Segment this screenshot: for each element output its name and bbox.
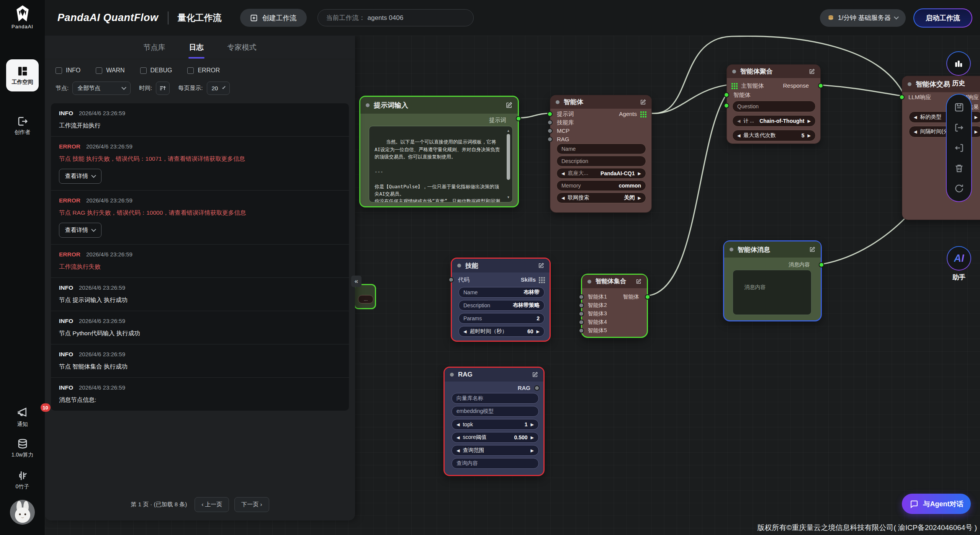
node-rag[interactable]: RAG RAG 向量库名称 embedding模型 ◀ topk 1 ▶ ◀ s… [443, 367, 545, 476]
spinner-left-icon[interactable]: ◀ [456, 449, 460, 453]
input-port[interactable] [724, 103, 729, 108]
view-detail-button[interactable]: 查看详情 [59, 223, 101, 238]
spinner-right-icon[interactable]: ▶ [638, 196, 641, 200]
ai-assistant-button[interactable]: AI [947, 246, 971, 271]
question-field[interactable]: Question [732, 101, 816, 112]
server-plan-select[interactable]: 1/分钟 基础服务器 [820, 9, 906, 27]
sidebar-item-notice[interactable]: 10 通知 [0, 406, 45, 428]
multi-input-port[interactable] [731, 83, 738, 89]
spinner-left-icon[interactable]: ◀ [914, 115, 917, 119]
edit-icon[interactable] [532, 372, 538, 378]
spinner-right-icon[interactable]: ▶ [808, 119, 811, 123]
refresh-button[interactable] [954, 183, 964, 194]
sidebar-item-workspace[interactable]: 工作空间 [6, 59, 39, 91]
spinner-right-icon[interactable]: ▶ [638, 171, 641, 176]
spinner-right-icon[interactable]: ▶ [531, 422, 534, 427]
export-button[interactable] [954, 122, 964, 133]
edit-icon[interactable] [636, 279, 641, 284]
save-button[interactable] [954, 102, 964, 113]
edit-icon[interactable] [506, 102, 512, 109]
node-filter-select[interactable]: 全部节点 [72, 82, 131, 95]
brand-logo[interactable]: PandaAI [0, 5, 45, 29]
history-button[interactable] [946, 51, 971, 76]
node-agent[interactable]: 智能体 提示词 技能库 MCP RAG Agents Name Descript… [550, 95, 652, 213]
node-message[interactable]: 智能体消息 消息内容 消息内容 [723, 240, 822, 321]
view-detail-button[interactable]: 查看详情 [59, 169, 101, 184]
output-port[interactable] [516, 116, 521, 121]
chat-with-agent-button[interactable]: 与Agent对话 [902, 494, 971, 514]
message-textarea[interactable]: 消息内容 [733, 270, 811, 315]
input-port[interactable] [579, 311, 584, 316]
skill-name-field[interactable]: Name 布林带 [458, 287, 545, 298]
output-port[interactable] [534, 385, 540, 391]
input-port[interactable] [579, 328, 584, 333]
multi-output-port[interactable] [539, 277, 545, 283]
panel-collapse-button[interactable]: « [351, 276, 362, 287]
node-collection[interactable]: 智能体集合 智能体1 智能体2 智能体3 智能体4 智能体5 智能体 [581, 274, 648, 338]
import-button[interactable] [954, 143, 964, 153]
input-port[interactable] [579, 320, 584, 325]
max-iterations-spinner[interactable]: ◀ 最大迭代次数 5 ▶ [732, 130, 816, 141]
node-prompt-input[interactable]: 提示词输入 提示词 当然。以下是一个可以直接使用的提示词模板，它将AI设定为一位… [359, 96, 519, 207]
spinner-right-icon[interactable]: ▶ [975, 130, 978, 134]
output-port[interactable] [645, 294, 650, 300]
filter-error-checkbox[interactable]: ERROR [187, 67, 220, 74]
spinner-left-icon[interactable]: ◀ [456, 436, 460, 440]
delete-button[interactable] [954, 163, 964, 173]
input-port[interactable] [547, 128, 553, 134]
scrollbar[interactable]: ▲▼ [506, 129, 510, 200]
agent-memory-field[interactable]: Memory common [556, 180, 646, 191]
edit-icon[interactable] [809, 246, 815, 253]
skill-description-field[interactable]: Description 布林带策略 [458, 300, 545, 311]
spinner-left-icon[interactable]: ◀ [456, 422, 460, 427]
edit-icon[interactable] [640, 99, 646, 105]
filter-debug-checkbox[interactable]: DEBUG [140, 67, 172, 74]
spinner-left-icon[interactable]: ◀ [561, 196, 564, 200]
tab-expert-mode[interactable]: 专家模式 [227, 36, 257, 59]
mode-spinner[interactable]: ◀ 计 ... Chain-of-Thought ▶ [732, 115, 816, 127]
edit-icon[interactable] [538, 263, 544, 269]
start-workflow-button[interactable]: 启动工作流 [913, 8, 972, 28]
next-page-button[interactable]: 下一页 › [234, 497, 269, 512]
node-fragment[interactable]: … [354, 284, 376, 309]
rag-vector-field[interactable]: 向量库名称 [452, 393, 539, 404]
filter-info-checkbox[interactable]: INFO [56, 67, 80, 74]
agent-description-field[interactable]: Description [556, 156, 646, 166]
input-port[interactable] [579, 303, 584, 308]
output-port[interactable] [818, 83, 823, 88]
agent-websearch-spinner[interactable]: ◀ 联网搜索 关闭 ▶ [556, 192, 646, 203]
prev-page-button[interactable]: ‹ 上一页 [195, 497, 229, 512]
current-workflow-input[interactable]: 当前工作流： agents 0406 [317, 9, 474, 26]
create-workflow-button[interactable]: 创建工作流 [240, 9, 307, 27]
rag-embedding-field[interactable]: embedding模型 [452, 406, 539, 417]
node-skill[interactable]: 技能 代码 Skills Name 布林带 Description 布林带策略 … [451, 258, 551, 342]
rag-query-field[interactable]: 查询内容 [452, 458, 539, 469]
edit-icon[interactable] [809, 69, 815, 75]
rag-score-spinner[interactable]: ◀ score阈值 0.500 ▶ [452, 432, 539, 443]
input-port[interactable] [724, 92, 729, 98]
input-port[interactable] [547, 111, 553, 117]
user-avatar[interactable] [10, 500, 35, 525]
time-sort-button[interactable] [156, 82, 170, 95]
skill-params-field[interactable]: Params 2 [458, 313, 545, 324]
spinner-right-icon[interactable]: ▶ [531, 436, 534, 440]
filter-warn-checkbox[interactable]: WARN [96, 67, 124, 74]
input-port[interactable] [899, 95, 905, 100]
page-size-select[interactable]: 20 [207, 82, 230, 95]
skill-timeout-spinner[interactable]: ◀ 超时时间（秒） 60 ▶ [458, 326, 545, 337]
tab-logs[interactable]: 日志 [188, 36, 205, 59]
tab-node-library[interactable]: 节点库 [143, 36, 166, 59]
spinner-right-icon[interactable]: ▶ [975, 115, 978, 119]
prompt-textarea[interactable]: 当然。以下是一个可以直接使用的提示词模板，它将AI设定为一位自信、严格遵守量化规… [369, 126, 513, 202]
sidebar-item-bamboo[interactable]: 0竹子 [0, 470, 45, 490]
spinner-left-icon[interactable]: ◀ [737, 119, 740, 123]
sidebar-item-creator[interactable]: 创作者 [0, 116, 45, 136]
sidebar-item-power[interactable]: 1.0w算力 [0, 438, 45, 458]
spinner-right-icon[interactable]: ▶ [808, 134, 811, 138]
input-port[interactable] [547, 120, 553, 125]
spinner-right-icon[interactable]: ▶ [537, 329, 540, 334]
spinner-left-icon[interactable]: ◀ [914, 130, 917, 134]
rag-topk-spinner[interactable]: ◀ topk 1 ▶ [452, 419, 539, 430]
node-aggregation[interactable]: 智能体聚合 主智能体 Response 智能体 Question ◀ 计 ...… [726, 64, 821, 144]
rag-range-spinner[interactable]: ◀ 查询范围 ▶ [452, 445, 539, 456]
